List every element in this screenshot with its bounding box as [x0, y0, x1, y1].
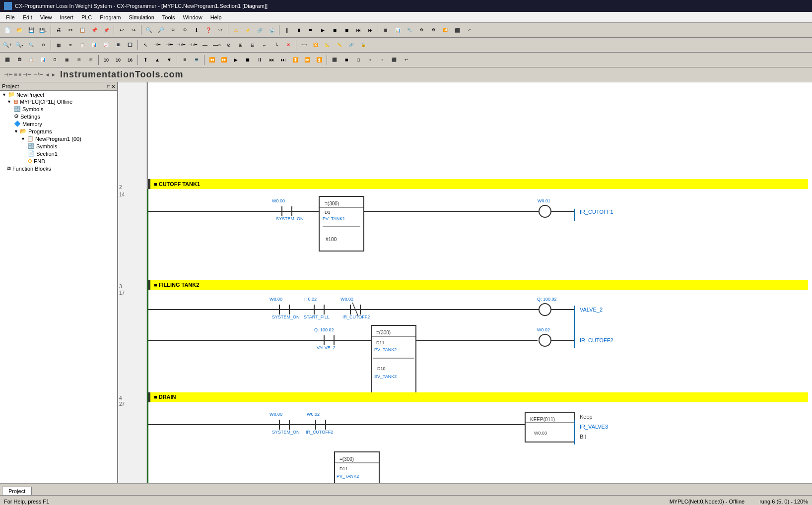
- tb2-b3[interactable]: 📈: [101, 40, 112, 51]
- menu-plc[interactable]: PLC: [77, 13, 96, 21]
- tb2-hline[interactable]: —: [200, 40, 210, 51]
- menu-tools[interactable]: Tools: [158, 13, 179, 21]
- tb3-b25[interactable]: ⏩: [302, 55, 313, 65]
- tb-b8[interactable]: ▶: [317, 25, 328, 36]
- tb3-b4[interactable]: 📊: [38, 55, 49, 65]
- tb-paste2[interactable]: 📌: [101, 25, 112, 36]
- tb-b6[interactable]: ⏸: [293, 25, 304, 36]
- tb-find2[interactable]: 🔎: [155, 25, 166, 36]
- tb2-b9[interactable]: 📏: [334, 40, 345, 51]
- tb3-b30[interactable]: ▪: [365, 55, 376, 65]
- tb-help[interactable]: ❓: [203, 25, 214, 36]
- tb3-b15[interactable]: 🖥: [179, 55, 190, 65]
- tb3-b11[interactable]: 16: [125, 55, 135, 65]
- tb-b2[interactable]: ⚡: [242, 25, 253, 36]
- tb3-b13[interactable]: ▲: [152, 55, 163, 65]
- tb3-b3[interactable]: 📋: [26, 55, 37, 65]
- tree-close[interactable]: ✕: [111, 84, 115, 89]
- tb-b9[interactable]: ◼: [329, 25, 340, 36]
- tb3-b23[interactable]: ⏭: [278, 55, 289, 65]
- tb-replace[interactable]: ⚙: [167, 25, 178, 36]
- tb2-coil-r[interactable]: ⊟: [247, 40, 258, 51]
- tb3-b16[interactable]: 💻: [191, 55, 202, 65]
- tb-paste[interactable]: 📌: [89, 25, 100, 36]
- tb-warn[interactable]: ⚠: [230, 25, 241, 36]
- tb-b18[interactable]: 📶: [440, 25, 451, 36]
- tb3-b8[interactable]: ⊟: [85, 55, 96, 65]
- tb3-b12[interactable]: ⬆: [140, 55, 151, 65]
- tb3-b24[interactable]: ⏬: [290, 55, 301, 65]
- tree-memory[interactable]: 🔷 Memory: [0, 120, 117, 127]
- menu-file[interactable]: File: [2, 13, 19, 21]
- tb3-b7[interactable]: ⊞: [73, 55, 84, 65]
- tree-funcblocks[interactable]: ⧉ Function Blocks: [0, 165, 117, 172]
- tb-open[interactable]: 📂: [14, 25, 25, 36]
- tree-section1[interactable]: 📄 Section1: [0, 150, 117, 157]
- tb-new[interactable]: 📄: [2, 25, 13, 36]
- tb-cut[interactable]: ✂: [65, 25, 76, 36]
- tb-b12[interactable]: ⏭: [365, 25, 376, 36]
- tb3-b28[interactable]: ◼: [341, 55, 352, 65]
- tb2-contact-pu[interactable]: ⊣↑⊢: [176, 40, 187, 51]
- tb-find[interactable]: 🔍: [143, 25, 154, 36]
- tb3-b32[interactable]: ⬛: [389, 55, 400, 65]
- tree-maximize[interactable]: □: [107, 84, 110, 89]
- menu-simulation[interactable]: Simulation: [125, 13, 158, 21]
- tb3-b31[interactable]: ▫: [377, 55, 388, 65]
- tb-b10[interactable]: ⏹: [341, 25, 352, 36]
- tb-print[interactable]: 🖨: [53, 25, 64, 36]
- tb3-b19[interactable]: ▶: [230, 55, 241, 65]
- tb-b11[interactable]: ⏮: [353, 25, 364, 36]
- tb-b1[interactable]: ①: [179, 25, 190, 36]
- tb-b16[interactable]: ⚙: [416, 25, 427, 36]
- tb2-b8[interactable]: 📐: [322, 40, 333, 51]
- tb3-b5[interactable]: 🗒: [50, 55, 61, 65]
- menu-window[interactable]: Window: [179, 13, 206, 21]
- tb-undo[interactable]: ↩: [116, 25, 127, 36]
- tb2-contact-pd[interactable]: ⊣↓⊢: [188, 40, 199, 51]
- tb-b17[interactable]: ⚙: [428, 25, 439, 36]
- tree-plc[interactable]: ▼ 🖥 MYPLC[CP1L] Offline: [0, 98, 117, 105]
- menu-view[interactable]: View: [36, 13, 56, 21]
- tb-b3[interactable]: 🔗: [254, 25, 265, 36]
- tree-symbols[interactable]: 🔣 Symbols: [0, 105, 117, 113]
- tb3-b10[interactable]: 10: [113, 55, 124, 65]
- tree-root[interactable]: ▼ 📁 NewProject: [0, 91, 117, 98]
- tree-expand-programs[interactable]: ▼: [14, 129, 18, 134]
- menu-edit[interactable]: Edit: [19, 13, 36, 21]
- tb3-b6[interactable]: ▦: [62, 55, 72, 65]
- tb2-b4[interactable]: 🔳: [113, 40, 124, 51]
- tb2-zoom[interactable]: 🔍: [26, 40, 37, 51]
- tb3-b18[interactable]: ⏩: [218, 55, 229, 65]
- tree-np1-symbols[interactable]: 🔣 Symbols: [0, 142, 117, 150]
- tb-b13[interactable]: ▦: [380, 25, 391, 36]
- tb2-b10[interactable]: 🔗: [346, 40, 357, 51]
- menu-program[interactable]: Program: [96, 13, 125, 21]
- tb-b14[interactable]: 📊: [392, 25, 403, 36]
- tree-settings[interactable]: ⚙ Settings: [0, 113, 117, 120]
- tb-b7[interactable]: ⏺: [305, 25, 316, 36]
- tb2-zoom2[interactable]: ⊙: [38, 40, 49, 51]
- tb-help2[interactable]: ?↑: [215, 25, 226, 36]
- tree-end[interactable]: ⊕ END: [0, 157, 117, 165]
- tb3-b2[interactable]: 🖼: [14, 55, 25, 65]
- tb2-del[interactable]: ✕: [283, 40, 294, 51]
- tb2-zoom-out[interactable]: 🔍-: [14, 40, 25, 51]
- tb3-b27[interactable]: ⬛: [329, 55, 340, 65]
- menu-help[interactable]: Help: [206, 13, 226, 21]
- tb2-branch2[interactable]: └: [271, 40, 282, 51]
- tb2-b11[interactable]: 🔒: [358, 40, 369, 51]
- tb3-b29[interactable]: ◻: [353, 55, 364, 65]
- tb2-coil-x[interactable]: ⊘: [223, 40, 234, 51]
- tree-programs[interactable]: ▼ 📂 Programs: [0, 127, 117, 135]
- tb2-zoom-in[interactable]: 🔍+: [2, 40, 13, 51]
- menu-insert[interactable]: Insert: [56, 13, 77, 21]
- tb2-cursor[interactable]: ↖: [140, 40, 151, 51]
- tb-save2[interactable]: 💾↓: [38, 25, 49, 36]
- tb3-b33[interactable]: ↩: [401, 55, 411, 65]
- tb2-coil-o[interactable]: —○: [211, 40, 222, 51]
- tb-b4[interactable]: 📡: [266, 25, 277, 36]
- tb-b20[interactable]: ↗: [464, 25, 474, 36]
- tb2-b6[interactable]: ⟷: [298, 40, 309, 51]
- tree-minimize[interactable]: _: [103, 84, 106, 89]
